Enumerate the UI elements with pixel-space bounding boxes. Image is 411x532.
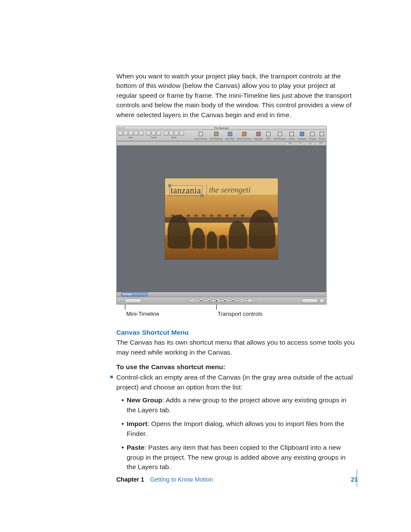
sub-bullet-paste: Paste: Pastes any item that has been cop… bbox=[121, 443, 356, 472]
chapter-title: Getting to Know Motion bbox=[150, 476, 213, 483]
page-footer: Chapter 1 Getting to Know Motion 21 bbox=[116, 476, 358, 483]
screenshot-figure: The Serengeti View Create Mask New Camer… bbox=[116, 126, 327, 320]
go-to-end-button: ⏭ bbox=[231, 299, 236, 303]
timecode-display bbox=[125, 299, 142, 303]
toolbar-group-view: View bbox=[118, 131, 143, 139]
chapter-label: Chapter 1 bbox=[116, 476, 144, 483]
loop-button: ⟳ bbox=[239, 299, 244, 303]
canvas-text-secondary: the serengeti bbox=[209, 185, 251, 195]
step-forward-button: ▶ bbox=[223, 299, 228, 303]
play-button: ▶ bbox=[215, 299, 220, 303]
section-heading: Canvas Shortcut Menu bbox=[116, 329, 356, 336]
traffic-lights bbox=[118, 127, 125, 129]
artboard: tanzania the serengeti bbox=[165, 178, 278, 259]
howto-heading: To use the Canvas shortcut menu: bbox=[116, 363, 356, 371]
intro-paragraph: When you want to watch your project play… bbox=[116, 72, 356, 120]
app-window: The Serengeti View Create Mask New Camer… bbox=[116, 126, 327, 305]
mini-timeline: Serengeti bbox=[117, 292, 326, 297]
sub-bullet-import: Import: Opens the Import dialog, which a… bbox=[121, 419, 356, 439]
window-titlebar: The Serengeti bbox=[117, 126, 326, 130]
toolbar: View Create Mask New Camera Add Behavior… bbox=[117, 130, 326, 141]
callout-transport: Transport controls bbox=[218, 311, 262, 317]
main-bullet: Control-click an empty area of the Canva… bbox=[116, 373, 356, 472]
page-number: 21 bbox=[351, 476, 358, 483]
bullet-icon bbox=[110, 376, 113, 378]
go-to-start-button: ⏮ bbox=[199, 299, 204, 303]
canvas-area: tanzania the serengeti bbox=[117, 146, 326, 292]
mute-button: ♪ bbox=[247, 299, 252, 303]
timeline-clip: Serengeti bbox=[121, 292, 148, 296]
callout-mini-timeline: Mini-Timeline bbox=[126, 311, 159, 317]
loop-toggle bbox=[319, 299, 324, 303]
toolbar-group-create: Create bbox=[146, 131, 161, 139]
transport-controls: ● ⏮ ◀ ▶ ▶ ⏭ ⟳ ♪ bbox=[187, 299, 256, 302]
step-back-button: ◀ bbox=[207, 299, 212, 303]
window-title: The Serengeti bbox=[214, 127, 229, 129]
section-intro: The Canvas has its own shortcut menu tha… bbox=[116, 338, 356, 357]
audio-icon: 🔊 bbox=[118, 299, 124, 303]
record-button: ● bbox=[190, 299, 196, 303]
transport-bar: 🔊 ● ⏮ ◀ ▶ ▶ ⏭ ⟳ ♪ bbox=[117, 297, 326, 304]
canvas-text-primary: tanzania bbox=[169, 185, 202, 196]
options-bar: 55% Full Color 100% bbox=[117, 141, 326, 146]
duration-display bbox=[301, 299, 318, 303]
sub-bullet-new-group: New Group: Adds a new group to the proje… bbox=[121, 395, 356, 415]
toolbar-group-mask: Mask bbox=[164, 131, 184, 139]
